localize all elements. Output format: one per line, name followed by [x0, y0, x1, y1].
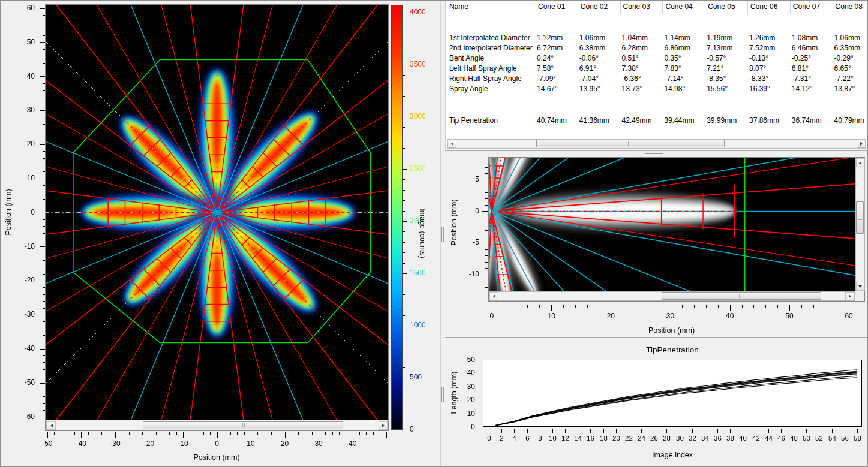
thumb-grip-icon [628, 141, 633, 146]
table-row[interactable]: 1st Interpolated Diameter1.12mm1.06mm1.0… [446, 34, 868, 44]
table-h-scrollbar[interactable] [447, 139, 866, 149]
scrollbar-track[interactable] [56, 421, 379, 430]
table-cell: 13.95° [579, 85, 600, 93]
scroll-right-button[interactable] [857, 140, 866, 148]
scroll-left-button[interactable] [489, 292, 498, 300]
table-row[interactable]: 2nd Interpolated Diameter6.72mm6.38mm6.2… [446, 44, 868, 54]
row-label: Bent Angle [449, 54, 484, 62]
thumb-grip-icon [858, 215, 862, 220]
scroll-right-icon [860, 142, 863, 146]
splitter-grip-icon [441, 227, 444, 242]
table-cell: 37.86mm [749, 116, 779, 125]
spray-analysis-window: Position (mm) Position (mm) Image (count… [0, 0, 868, 467]
row-label: 2nd Interpolated Diameter [449, 44, 533, 52]
table-cell: 1.14mm [664, 34, 690, 42]
table-cell: 6.65° [834, 64, 851, 73]
scrollbar-track[interactable] [456, 140, 857, 148]
row-label: 1st Interpolated Diameter [449, 34, 530, 42]
table-cell: 13.87° [834, 85, 855, 93]
table-cell: 6.72mm [537, 44, 563, 52]
table-cell: 1.19mm [707, 34, 732, 42]
table-cell: 7.58° [537, 64, 554, 73]
row-label: Right Half Spray Angle [449, 74, 522, 83]
table-header-cone[interactable]: Cone 03 [621, 0, 663, 14]
table-header-cone[interactable]: Cone 02 [578, 0, 621, 14]
thumb-grip-icon [241, 423, 245, 427]
scrollbar-thumb[interactable] [536, 140, 724, 147]
table-cell: 14.67° [537, 85, 558, 93]
table-cell: 16.39° [749, 85, 770, 93]
scroll-left-icon [50, 424, 53, 427]
table-cell: 39.99mm [707, 116, 737, 125]
tip-penetration-panel: TipPenetration Image index Length (mm) [445, 338, 868, 467]
table-cell: 15.56° [707, 85, 728, 93]
table-cell: 6.28mm [622, 44, 648, 52]
table-row[interactable]: Left Half Spray Angle7.58°6.91°7.38°7.83… [446, 64, 868, 74]
table-header-cone[interactable]: Cone 05 [705, 0, 748, 14]
table-row[interactable]: Tip Penetration40.74mm41.36mm42.49mm39.4… [446, 116, 868, 126]
scroll-left-button[interactable] [47, 421, 56, 430]
chart-y-axis-title: Length (mm) [450, 351, 458, 435]
table-header-cone[interactable]: Cone 08 [833, 0, 868, 14]
table-header-cone[interactable]: Cone 06 [748, 0, 791, 14]
scrollbar-track[interactable] [498, 292, 845, 300]
spray-side-view-plot[interactable] [445, 156, 868, 338]
table-cell: -7.04° [579, 74, 599, 83]
table-cell: 7.52mm [749, 44, 775, 52]
table-row[interactable]: Bent Angle0.24°-0.06°0.51°0.35°-0.57°-0.… [446, 54, 868, 64]
scroll-right-button[interactable] [845, 292, 854, 300]
side-v-scrollbar[interactable] [855, 158, 865, 291]
thumb-grip-icon [739, 294, 744, 298]
scrollbar-thumb[interactable] [662, 292, 821, 300]
table-cell: 6.38mm [579, 44, 605, 52]
cone-results-table: Name Cone 01Cone 02Cone 03Cone 04Cone 05… [445, 0, 868, 151]
row-label: Left Half Spray Angle [449, 64, 517, 73]
table-row[interactable]: Right Half Spray Angle-7.09°-7.04°-6.36°… [446, 74, 868, 85]
side-h-scrollbar[interactable] [489, 291, 855, 301]
table-cell: 6.86mm [664, 44, 690, 52]
table-cell: 6.35mm [834, 44, 860, 52]
table-header-cone[interactable]: Cone 04 [663, 0, 705, 14]
scroll-down-button[interactable] [856, 282, 864, 291]
table-cell: -8.35° [707, 74, 726, 83]
plan-x-axis-title: Position (mm) [45, 453, 388, 462]
table-cell: 1.04mm [622, 34, 648, 42]
row-label: Spray Angle [449, 85, 488, 93]
table-cell: 8.07° [749, 64, 766, 73]
table-cell: 7.83° [664, 64, 681, 73]
table-header-cone[interactable]: Cone 07 [791, 0, 833, 14]
scrollbar-thumb[interactable] [143, 421, 343, 429]
scrollbar-track[interactable] [856, 167, 864, 282]
table-cell: -8.33° [749, 74, 768, 83]
plan-h-scrollbar[interactable] [46, 421, 388, 430]
table-cell: 1.08mm [792, 34, 818, 42]
vertical-splitter[interactable] [441, 0, 445, 467]
table-cell: 39.44mm [664, 116, 694, 125]
table-cell: 40.74mm [537, 116, 567, 125]
table-cell: 6.81° [792, 64, 809, 73]
spray-plan-view-plot[interactable] [0, 0, 441, 467]
side-x-axis-title: Position (mm) [489, 326, 854, 335]
scroll-left-icon [493, 294, 495, 298]
table-cell: 7.21° [707, 64, 723, 73]
table-cell: -7.09° [537, 74, 556, 83]
table-header-cone[interactable]: Cone 01 [536, 0, 578, 14]
table-cell: -0.13° [749, 54, 768, 62]
table-cell: 0.35° [664, 54, 681, 62]
table-cell: 1.26mm [749, 34, 775, 42]
table-row[interactable]: Spray Angle14.67°13.95°13.73°14.98°15.56… [446, 85, 868, 95]
horizontal-splitter[interactable] [445, 151, 868, 156]
table-cell: 0.51° [622, 54, 639, 62]
colorbar-title: Image (counts) [418, 191, 427, 275]
table-cell: -0.06° [579, 54, 599, 62]
tip-penetration-chart[interactable] [445, 338, 868, 467]
table-cell: 1.06mm [834, 34, 860, 42]
table-header-name[interactable]: Name [447, 0, 534, 14]
scroll-up-button[interactable] [856, 158, 864, 167]
table-cell: -0.57° [707, 54, 726, 62]
scroll-right-button[interactable] [379, 421, 388, 430]
side-view-panel: Position (mm) Position (mm) [445, 156, 868, 338]
scrollbar-thumb[interactable] [856, 201, 864, 233]
scroll-left-button[interactable] [447, 140, 456, 148]
splitter-grip-icon [645, 152, 663, 155]
